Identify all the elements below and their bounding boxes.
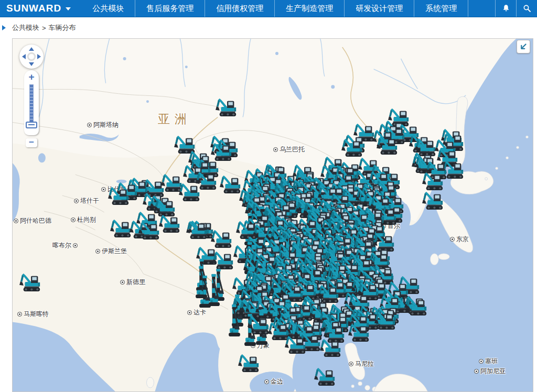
search-icon bbox=[522, 4, 532, 13]
pan-down-arrow-icon[interactable] bbox=[29, 62, 34, 66]
vehicle-marker-excavator[interactable] bbox=[376, 136, 400, 156]
vehicle-marker-excavator[interactable] bbox=[341, 138, 365, 158]
vehicle-markers-layer bbox=[13, 39, 533, 391]
zoom-slider-handle[interactable] bbox=[26, 122, 37, 128]
zoom-in-button[interactable]: + bbox=[24, 71, 39, 83]
breadcrumb: 公共模块 > 车辆分布 bbox=[0, 17, 537, 38]
breadcrumb-collapse-arrow-icon[interactable] bbox=[2, 25, 6, 30]
navbar-right-actions bbox=[495, 0, 537, 17]
vehicle-marker-excavator[interactable] bbox=[19, 273, 43, 292]
nav-item-4[interactable]: 研发设计管理 bbox=[344, 0, 414, 17]
vehicle-marker-excavator[interactable] bbox=[215, 97, 239, 117]
pan-up-arrow-icon[interactable] bbox=[29, 47, 34, 51]
pan-right-arrow-icon[interactable] bbox=[37, 54, 41, 59]
bell-icon bbox=[501, 4, 511, 13]
map-zoom-control: + − bbox=[24, 70, 39, 147]
main-menu: 公共模块售后服务管理信用债权管理生产制造管理研发设计管理系统管理 bbox=[81, 0, 468, 17]
vehicle-marker-excavator[interactable] bbox=[319, 338, 343, 358]
vehicle-marker-excavator[interactable] bbox=[348, 323, 372, 343]
map-pan-control[interactable] bbox=[19, 45, 44, 69]
vehicle-marker-excavator[interactable] bbox=[284, 335, 308, 355]
vehicle-marker-excavator[interactable] bbox=[405, 297, 429, 317]
top-navbar: SUNWARD 公共模块售后服务管理信用债权管理生产制造管理研发设计管理系统管理 bbox=[0, 0, 537, 17]
menu-end-divider bbox=[468, 0, 468, 17]
vehicle-marker-excavator[interactable] bbox=[422, 171, 446, 191]
zoom-out-button[interactable]: − bbox=[26, 138, 37, 147]
pan-left-arrow-icon[interactable] bbox=[22, 54, 26, 59]
breadcrumb-separator: > bbox=[42, 24, 46, 32]
vehicle-marker-piledriver[interactable] bbox=[227, 304, 241, 339]
vehicle-marker-excavator[interactable] bbox=[314, 367, 338, 387]
nav-item-3[interactable]: 生产制造管理 bbox=[274, 0, 344, 17]
nav-item-2[interactable]: 信用债权管理 bbox=[205, 0, 274, 17]
pan-center-button[interactable] bbox=[27, 52, 36, 61]
search-button[interactable] bbox=[516, 0, 537, 17]
vehicle-marker-excavator[interactable] bbox=[178, 182, 202, 202]
vehicle-marker-excavator[interactable] bbox=[138, 221, 162, 241]
brand-logo[interactable]: SUNWARD bbox=[6, 3, 71, 14]
nav-item-0[interactable]: 公共模块 bbox=[81, 0, 135, 17]
vehicle-marker-excavator[interactable] bbox=[108, 186, 132, 206]
notifications-button[interactable] bbox=[495, 0, 516, 17]
nav-item-1[interactable]: 售后服务管理 bbox=[135, 0, 205, 17]
vehicle-marker-excavator[interactable] bbox=[186, 220, 210, 240]
vehicle-marker-piledriver[interactable] bbox=[198, 275, 212, 310]
logo-dropdown-caret-icon bbox=[66, 7, 71, 10]
vehicle-marker-excavator[interactable] bbox=[212, 251, 236, 270]
breadcrumb-current: 车辆分布 bbox=[49, 23, 76, 32]
collapse-southwest-arrow-icon bbox=[519, 42, 528, 51]
map-collapse-button[interactable] bbox=[517, 40, 530, 53]
vehicle-marker-excavator[interactable] bbox=[238, 353, 262, 373]
breadcrumb-parent[interactable]: 公共模块 bbox=[12, 23, 39, 32]
nav-item-5[interactable]: 系统管理 bbox=[414, 0, 468, 17]
vehicle-marker-excavator[interactable] bbox=[374, 311, 398, 331]
map-canvas[interactable]: 阿斯塔纳乌兰巴托比什凯克塔什干杜尚别阿什哈巴德喀布尔伊斯兰堡新德里马斯喀特达卡万… bbox=[12, 38, 533, 392]
brand-logo-text: SUNWARD bbox=[6, 3, 61, 14]
zoom-slider-track[interactable] bbox=[29, 84, 34, 127]
vehicle-marker-excavator[interactable] bbox=[422, 191, 446, 211]
zoom-slider: + bbox=[24, 70, 39, 135]
